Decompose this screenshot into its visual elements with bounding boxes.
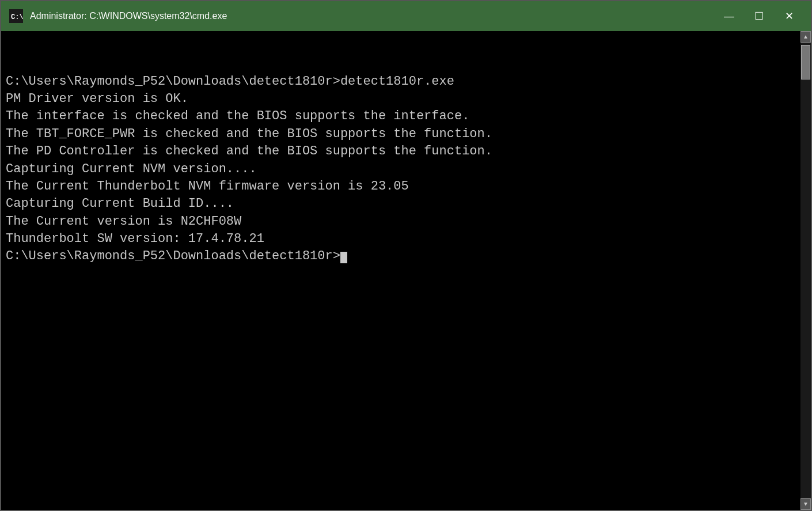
title-bar: C:\ Administrator: C:\WINDOWS\system32\c… xyxy=(1,1,811,31)
terminal-line: Capturing Current Build ID.... xyxy=(6,195,796,213)
scrollbar[interactable]: ▲ ▼ xyxy=(800,31,811,510)
terminal-cursor xyxy=(340,252,347,263)
terminal-line: PM Driver version is OK. xyxy=(6,90,796,108)
window-title: Administrator: C:\WINDOWS\system32\cmd.e… xyxy=(30,11,714,21)
terminal-line: C:\Users\Raymonds_P52\Downloads\detect18… xyxy=(6,248,796,265)
terminal-line: C:\Users\Raymonds_P52\Downloads\detect18… xyxy=(6,73,796,90)
scroll-up-button[interactable]: ▲ xyxy=(800,31,811,43)
terminal-line: The PD Controller is checked and the BIO… xyxy=(6,143,796,160)
terminal-line: The TBT_FORCE_PWR is checked and the BIO… xyxy=(6,126,796,143)
minimize-button[interactable]: — xyxy=(714,1,744,31)
terminal-body: C:\Users\Raymonds_P52\Downloads\detect18… xyxy=(1,31,811,510)
scrollbar-thumb[interactable] xyxy=(801,45,810,80)
cmd-window: C:\ Administrator: C:\WINDOWS\system32\c… xyxy=(0,0,812,511)
scrollbar-track-area[interactable] xyxy=(800,43,811,498)
terminal-line: The interface is checked and the BIOS su… xyxy=(6,108,796,125)
svg-text:C:\: C:\ xyxy=(11,13,23,21)
terminal-line: The Current Thunderbolt NVM firmware ver… xyxy=(6,178,796,195)
cmd-icon: C:\ xyxy=(8,8,24,24)
terminal-line: Thunderbolt SW version: 17.4.78.21 xyxy=(6,230,796,248)
terminal-output[interactable]: C:\Users\Raymonds_P52\Downloads\detect18… xyxy=(1,31,800,510)
maximize-button[interactable]: ☐ xyxy=(744,1,774,31)
window-controls: — ☐ ✕ xyxy=(714,1,804,31)
scroll-down-button[interactable]: ▼ xyxy=(800,498,811,510)
terminal-line: The Current version is N2CHF08W xyxy=(6,213,796,230)
terminal-line: Capturing Current NVM version.... xyxy=(6,161,796,178)
close-button[interactable]: ✕ xyxy=(774,1,804,31)
